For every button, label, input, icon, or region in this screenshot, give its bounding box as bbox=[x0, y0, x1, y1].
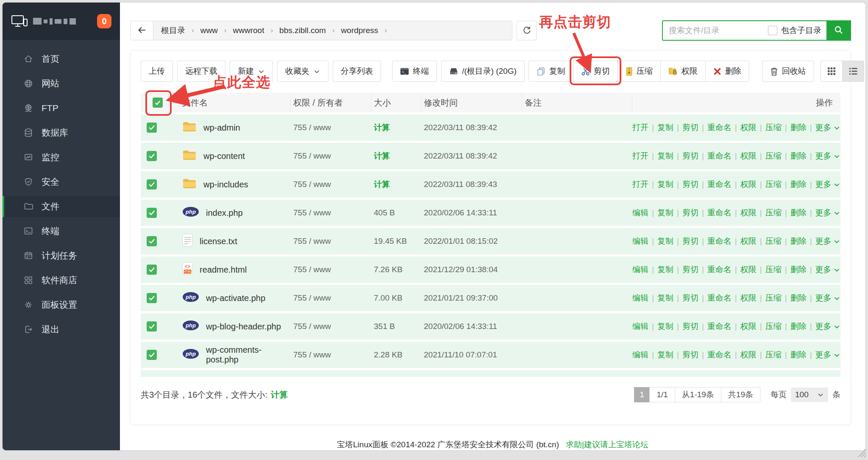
favorites-button[interactable]: 收藏夹 bbox=[277, 61, 328, 82]
sidebar-item-site[interactable]: 网站 bbox=[3, 73, 120, 94]
breadcrumb-item[interactable]: bbs.zibll.com bbox=[279, 26, 326, 35]
more-actions-link[interactable]: 更多 bbox=[815, 321, 840, 332]
view-list-button[interactable] bbox=[842, 61, 864, 82]
sidebar-item-appstore[interactable]: 软件商店 bbox=[3, 270, 120, 291]
action-link[interactable]: 压缩 bbox=[765, 122, 782, 133]
action-link[interactable]: 权限 bbox=[740, 122, 757, 133]
action-link[interactable]: 权限 bbox=[740, 151, 757, 162]
sidebar-item-security[interactable]: 安全 bbox=[3, 171, 120, 192]
copy-button[interactable]: 复制 bbox=[529, 61, 573, 82]
action-link[interactable]: 删除 bbox=[790, 179, 807, 190]
action-link[interactable]: 剪切 bbox=[682, 179, 698, 190]
file-name[interactable]: <>HTMLreadme.html bbox=[180, 262, 291, 277]
more-actions-link[interactable]: 更多 bbox=[815, 122, 840, 133]
action-link[interactable]: 复制 bbox=[657, 151, 673, 162]
action-link[interactable]: 删除 bbox=[790, 236, 807, 247]
row-checkbox[interactable] bbox=[147, 123, 157, 133]
disk-button[interactable]: /(根目录) (20G) bbox=[441, 61, 525, 82]
action-link[interactable]: 复制 bbox=[657, 122, 673, 133]
action-link[interactable]: 压缩 bbox=[765, 151, 782, 162]
more-actions-link[interactable]: 更多 bbox=[815, 179, 840, 190]
sidebar-item-cron[interactable]: 计划任务 bbox=[3, 245, 120, 266]
compress-button[interactable]: 压缩 bbox=[618, 61, 661, 82]
file-name[interactable]: phpwp-activate.php bbox=[180, 292, 291, 304]
delete-button[interactable]: 删除 bbox=[705, 61, 749, 82]
calc-size-link[interactable]: 计算 bbox=[374, 123, 390, 132]
sidebar-item-database[interactable]: 数据库 bbox=[3, 122, 120, 143]
action-link[interactable]: 重命名 bbox=[707, 293, 732, 304]
action-link[interactable]: 打开 bbox=[632, 179, 648, 190]
action-link[interactable]: 复制 bbox=[657, 293, 673, 304]
action-link[interactable]: 编辑 bbox=[632, 264, 648, 275]
action-link[interactable]: 复制 bbox=[657, 349, 673, 360]
share-list-button[interactable]: 分享列表 bbox=[333, 61, 381, 82]
back-button[interactable] bbox=[131, 21, 153, 40]
action-link[interactable]: 权限 bbox=[740, 207, 757, 218]
action-link[interactable]: 重命名 bbox=[707, 151, 732, 162]
action-link[interactable]: 复制 bbox=[657, 236, 673, 247]
sidebar-item-files[interactable]: 文件 bbox=[3, 196, 120, 217]
row-checkbox[interactable] bbox=[147, 179, 157, 190]
sidebar-item-monitor[interactable]: 监控 bbox=[3, 147, 120, 168]
sidebar-item-settings[interactable]: 面板设置 bbox=[3, 294, 120, 315]
row-checkbox[interactable] bbox=[147, 236, 157, 246]
action-link[interactable]: 重命名 bbox=[707, 207, 732, 218]
action-link[interactable]: 重命名 bbox=[707, 179, 732, 190]
more-actions-link[interactable]: 更多 bbox=[815, 293, 840, 304]
include-subdir-checkbox[interactable] bbox=[768, 26, 777, 35]
action-link[interactable]: 剪切 bbox=[682, 264, 698, 275]
action-link[interactable]: 剪切 bbox=[682, 349, 698, 360]
page-current[interactable]: 1 bbox=[634, 387, 650, 402]
per-page-select[interactable]: 100 bbox=[791, 388, 828, 402]
refresh-button[interactable] bbox=[517, 21, 537, 40]
action-link[interactable]: 压缩 bbox=[765, 321, 782, 332]
action-link[interactable]: 剪切 bbox=[682, 207, 698, 218]
action-link[interactable]: 编辑 bbox=[632, 236, 648, 247]
action-link[interactable]: 权限 bbox=[740, 293, 757, 304]
action-link[interactable]: 复制 bbox=[657, 207, 673, 218]
action-link[interactable]: 删除 bbox=[790, 207, 807, 218]
row-checkbox[interactable] bbox=[147, 293, 157, 303]
file-name[interactable]: wp-content bbox=[180, 149, 291, 163]
window-resize-handle[interactable] bbox=[856, 449, 867, 460]
sidebar-item-home[interactable]: 首页 bbox=[3, 48, 120, 70]
action-link[interactable]: 复制 bbox=[657, 179, 673, 190]
action-link[interactable]: 编辑 bbox=[632, 349, 648, 360]
row-checkbox[interactable] bbox=[147, 265, 157, 275]
breadcrumb-item[interactable]: wwwroot bbox=[233, 26, 264, 35]
file-name[interactable]: phpindex.php bbox=[180, 206, 291, 219]
action-link[interactable]: 编辑 bbox=[632, 293, 648, 304]
action-link[interactable]: 压缩 bbox=[765, 207, 782, 218]
more-actions-link[interactable]: 更多 bbox=[815, 236, 840, 247]
action-link[interactable]: 打开 bbox=[632, 122, 648, 133]
more-actions-link[interactable]: 更多 bbox=[815, 349, 840, 360]
breadcrumb-item[interactable]: www bbox=[200, 26, 218, 35]
action-link[interactable]: 权限 bbox=[740, 179, 757, 190]
breadcrumb-item[interactable]: 根目录 bbox=[161, 25, 185, 36]
calc-size-link[interactable]: 计算 bbox=[374, 180, 390, 189]
action-link[interactable]: 剪切 bbox=[682, 321, 698, 332]
action-link[interactable]: 压缩 bbox=[765, 264, 782, 275]
calc-size-link[interactable]: 计算 bbox=[271, 390, 288, 399]
action-link[interactable]: 权限 bbox=[740, 321, 757, 332]
action-link[interactable]: 剪切 bbox=[682, 151, 698, 162]
file-name[interactable]: license.txt bbox=[180, 234, 291, 249]
action-link[interactable]: 剪切 bbox=[682, 122, 698, 133]
action-link[interactable]: 重命名 bbox=[707, 321, 732, 332]
more-actions-link[interactable]: 更多 bbox=[815, 207, 840, 218]
search-button[interactable] bbox=[826, 20, 851, 41]
sidebar-item-ftp[interactable]: FTP bbox=[3, 98, 120, 119]
action-link[interactable]: 重命名 bbox=[707, 236, 732, 247]
row-checkbox[interactable] bbox=[147, 151, 157, 161]
sidebar-item-terminal[interactable]: 终端 bbox=[3, 220, 120, 242]
action-link[interactable]: 权限 bbox=[740, 236, 757, 247]
breadcrumb-item[interactable]: wordpress bbox=[341, 26, 378, 35]
action-link[interactable]: 删除 bbox=[790, 321, 807, 332]
action-link[interactable]: 打开 bbox=[632, 151, 648, 162]
more-actions-link[interactable]: 更多 bbox=[815, 264, 840, 275]
action-link[interactable]: 删除 bbox=[790, 264, 807, 275]
view-grid-button[interactable] bbox=[821, 61, 843, 82]
select-all-checkbox[interactable] bbox=[153, 98, 163, 108]
action-link[interactable]: 删除 bbox=[790, 122, 807, 133]
action-link[interactable]: 删除 bbox=[790, 151, 807, 162]
